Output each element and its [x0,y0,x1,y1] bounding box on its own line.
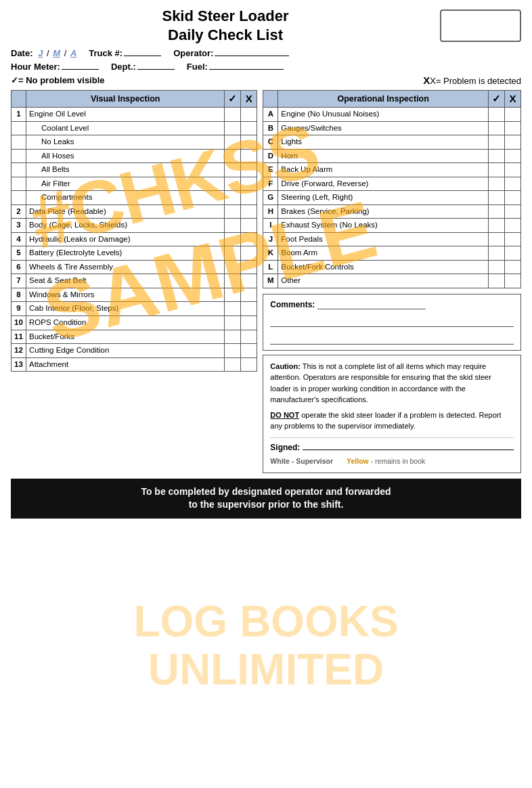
x-cell[interactable] [241,344,257,358]
x-cell[interactable] [505,163,521,177]
check-cell[interactable] [225,357,241,372]
x-cell[interactable] [241,315,257,330]
row-id: 12 [12,344,26,358]
x-symbol: X [423,74,430,86]
check-cell[interactable] [489,191,505,205]
row-id: F [263,177,278,191]
x-cell[interactable] [241,288,257,302]
x-cell[interactable] [241,177,257,191]
check-cell[interactable] [489,149,505,163]
row-id: D [263,149,278,163]
check-cell[interactable] [225,274,241,288]
x-cell[interactable] [241,219,257,233]
table-row: MOther [263,274,521,288]
x-cell[interactable] [505,177,521,191]
check-cell[interactable] [225,246,241,261]
signed-row: Signed: [270,437,514,454]
x-cell[interactable] [505,232,521,246]
row-desc: No Leaks [26,135,225,150]
date-j: J [38,48,43,58]
date-m: M [53,48,60,58]
check-cell[interactable] [225,315,241,330]
caution-text-1: Caution: Caution: This is not a complete… [270,361,514,406]
check-cell[interactable] [489,219,505,233]
signed-line[interactable] [303,441,514,450]
check-cell[interactable] [225,288,241,302]
x-cell[interactable] [505,246,521,261]
fuel-field: Fuel: [187,60,284,72]
row-id: 3 [12,219,26,233]
x-cell[interactable] [241,163,257,177]
check-cell[interactable] [489,260,505,274]
legend-row: ✓= No problem visible XX= Problem is det… [11,74,521,86]
check-cell[interactable] [225,121,241,135]
x-cell[interactable] [241,191,257,205]
table-row: Coolant Level [12,121,257,135]
check-cell[interactable] [489,246,505,261]
caution-box: Caution: Caution: This is not a complete… [263,355,521,473]
check-cell[interactable] [489,232,505,246]
row-desc: Other [278,274,489,288]
check-cell[interactable] [489,177,505,191]
x-cell[interactable] [505,274,521,288]
table-row: 13Attachment [12,357,257,372]
check-cell[interactable] [225,163,241,177]
row-id: A [263,108,278,122]
check-cell[interactable] [225,330,241,344]
table-row: 4Hydraulic (Leaks or Damage) [12,232,257,246]
check-cell[interactable] [489,108,505,122]
comment-line-1[interactable] [270,312,514,327]
x-cell[interactable] [241,246,257,261]
dept-value[interactable] [137,60,175,70]
check-cell[interactable] [489,274,505,288]
visual-inspection-table: Visual Inspection ✓ X 1Engine Oil LevelC… [11,90,257,473]
x-cell[interactable] [241,357,257,372]
check-cell[interactable] [225,108,241,122]
x-cell[interactable] [241,302,257,316]
row-id: M [263,274,278,288]
x-cell[interactable] [241,121,257,135]
x-cell[interactable] [241,330,257,344]
x-cell[interactable] [241,232,257,246]
row-desc: Data Plate (Readable) [26,204,225,219]
x-cell[interactable] [505,219,521,233]
check-cell[interactable] [225,302,241,316]
truck-value[interactable] [124,47,161,56]
fuel-value[interactable] [209,60,284,70]
x-cell[interactable] [241,108,257,122]
row-id [12,163,26,177]
check-cell[interactable] [489,163,505,177]
x-cell[interactable] [241,135,257,150]
check-cell[interactable] [489,121,505,135]
check-cell[interactable] [225,232,241,246]
check-cell[interactable] [225,219,241,233]
hour-meter-label: Hour Meter: [11,62,60,72]
check-cell[interactable] [225,149,241,163]
x-cell[interactable] [505,191,521,205]
check-cell[interactable] [225,191,241,205]
x-cell[interactable] [505,149,521,163]
row-id: 1 [12,108,26,122]
x-cell[interactable] [505,204,521,219]
table-row: 11Bucket/Forks [12,330,257,344]
x-cell[interactable] [241,149,257,163]
x-cell[interactable] [505,121,521,135]
x-cell[interactable] [241,260,257,274]
x-cell[interactable] [241,274,257,288]
check-cell[interactable] [225,135,241,150]
x-cell[interactable] [241,204,257,219]
check-cell[interactable] [225,344,241,358]
comment-line-2[interactable] [270,330,514,345]
check-cell[interactable] [489,135,505,150]
x-cell[interactable] [505,260,521,274]
check-cell[interactable] [489,204,505,219]
check-cell[interactable] [225,260,241,274]
check-cell[interactable] [225,177,241,191]
copy-line: White - Supervisor Yellow - remains in b… [270,456,514,467]
hour-meter-value[interactable] [62,60,99,70]
x-cell[interactable] [505,108,521,122]
operator-value[interactable] [215,47,289,56]
x-cell[interactable] [505,135,521,150]
header-id-box[interactable] [440,9,521,42]
check-cell[interactable] [225,204,241,219]
